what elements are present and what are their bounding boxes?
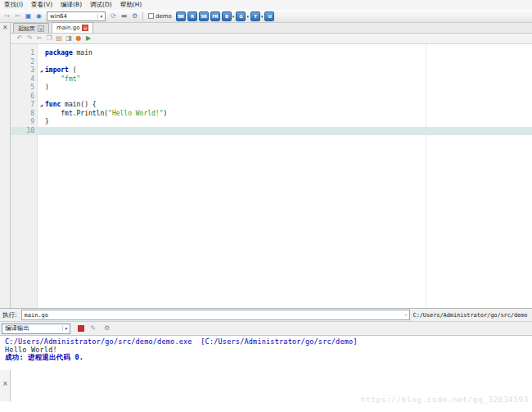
build-button-br[interactable]: BR <box>176 11 186 21</box>
code-line[interactable]: 3◢import ( <box>11 66 532 75</box>
cut-icon[interactable]: ✂ <box>12 11 23 21</box>
demo-checkbox[interactable]: demo <box>148 13 172 20</box>
undo-icon[interactable]: ↶ <box>15 34 25 43</box>
fold-column <box>38 93 45 102</box>
code-line[interactable]: 10 <box>11 127 532 136</box>
tab-label: 起始页 <box>18 25 35 33</box>
redo-icon[interactable]: ↷ <box>25 34 34 43</box>
folder-icon[interactable]: ▣ <box>23 11 34 21</box>
code-text: import ( <box>45 66 77 75</box>
output-line: Hello World! <box>5 346 532 355</box>
code-line[interactable]: 5) <box>11 84 532 93</box>
code-line[interactable]: 2 <box>11 58 532 67</box>
chevron-down-icon[interactable]: ▾ <box>232 14 235 19</box>
code-text: ) <box>45 84 49 93</box>
line-number: 6 <box>11 93 38 102</box>
line-number: 9 <box>11 118 38 127</box>
fold-column <box>38 58 45 67</box>
record-icon[interactable]: ● <box>74 34 83 43</box>
tab-main.go[interactable]: main.go× <box>52 22 93 33</box>
code-editor[interactable]: 1package main23◢import (4 "fmt"5)67◢func… <box>11 44 532 308</box>
output-side-strip: × <box>0 370 11 401</box>
menu-item[interactable]: 查看(V) <box>27 1 56 9</box>
fold-column <box>38 84 45 93</box>
code-line[interactable]: 9} <box>11 118 532 127</box>
menu-item[interactable]: 编译(B) <box>56 1 86 9</box>
line-number: 10 <box>11 127 38 136</box>
line-number: 8 <box>11 110 38 119</box>
build-button-fr[interactable]: FR <box>210 11 220 21</box>
clear-icon[interactable]: ✎ <box>88 324 98 333</box>
chevron-down-icon[interactable]: ▾ <box>97 14 105 19</box>
code-line[interactable]: 7◢func main() { <box>11 101 532 110</box>
line-number: 3 <box>11 66 38 75</box>
code-line[interactable]: 8 fmt.Println("Hello World!") <box>11 110 532 119</box>
chevron-down-icon[interactable]: ˅ <box>404 312 408 318</box>
main-toolbar: ↪✂▣◉ win64 ▾ ⟳▬⚙ demo BRRSRFRB▾G▾T▾U <box>0 10 532 23</box>
build-button-sr[interactable]: SR <box>199 11 209 21</box>
close-icon[interactable]: × <box>82 25 88 31</box>
line-number: 5 <box>11 84 38 93</box>
copy-icon[interactable]: ❐ <box>44 34 54 43</box>
gear-icon[interactable]: ⚙ <box>101 324 112 333</box>
stop-button[interactable] <box>78 325 84 332</box>
fold-column <box>38 75 45 84</box>
build-button-g[interactable]: G <box>236 11 246 21</box>
run-icon[interactable]: ▶ <box>83 34 93 43</box>
fold-marker-icon[interactable]: ◢ <box>38 101 45 110</box>
line-number: 4 <box>11 75 38 84</box>
code-text: "fmt" <box>45 75 80 84</box>
lock-icon[interactable]: ◨ <box>64 34 74 43</box>
env-selector-value: win64 <box>47 13 97 20</box>
cut-icon[interactable]: ✂ <box>34 34 44 43</box>
output-pane-selector[interactable]: 编译输出 ▾ <box>2 324 70 334</box>
right-margin-guide <box>426 44 426 308</box>
menu-item[interactable]: 帮助(H) <box>116 1 147 9</box>
demo-checkbox-label: demo <box>156 13 172 20</box>
code-lines: 1package main23◢import (4 "fmt"5)67◢func… <box>11 49 532 135</box>
build-output-area: C:/Users/Administrator/go/src/demo/demo.… <box>0 336 532 401</box>
build-button-b[interactable]: B <box>222 11 232 21</box>
line-number: 1 <box>11 49 38 58</box>
toolbar-separator <box>142 11 143 20</box>
forward-icon[interactable]: ↪ <box>2 11 12 21</box>
menu-bar: 查找(I)查看(V)编译(B)调试(D)帮助(H) <box>0 0 532 10</box>
terminal-icon[interactable]: ▬ <box>119 11 129 21</box>
csdn-watermark: https://blog.csdn.net/qq_32034593 <box>361 395 529 404</box>
paste-icon[interactable]: ▤ <box>54 34 64 43</box>
tab-起始页[interactable]: 起始页× <box>13 23 49 33</box>
code-line[interactable]: 4 "fmt" <box>11 75 532 84</box>
globe-icon[interactable]: ◉ <box>34 11 44 21</box>
build-button-r[interactable]: R <box>187 11 197 21</box>
fold-column <box>38 118 45 127</box>
code-line[interactable]: 6 <box>11 93 532 102</box>
chevron-down-icon[interactable]: ▾ <box>246 14 249 19</box>
fold-marker-icon[interactable]: ◢ <box>38 66 45 75</box>
code-text: package main <box>45 49 92 58</box>
refresh-icon[interactable]: ⟳ <box>108 11 119 21</box>
liteide-window: 查找(I)查看(V)编译(B)调试(D)帮助(H) ↪✂▣◉ win64 ▾ ⟳… <box>0 0 532 412</box>
output-line: 成功: 进程退出代码 0. <box>5 354 532 362</box>
run-target-value: main.go <box>25 312 49 319</box>
output-line: C:/Users/Administrator/go/src/demo/demo.… <box>5 338 532 346</box>
close-icon[interactable]: × <box>38 25 44 32</box>
gopher-icon[interactable]: ⚙ <box>129 11 140 21</box>
toolbar-left-icons: ↪✂▣◉ <box>2 11 44 21</box>
menu-item[interactable]: 查找(I) <box>0 1 27 9</box>
build-button-t[interactable]: T <box>250 11 260 21</box>
env-selector[interactable]: win64 ▾ <box>47 11 106 21</box>
chevron-down-icon[interactable]: ▾ <box>261 14 264 19</box>
toolbar-mid-icons: ⟳▬⚙ <box>108 11 140 21</box>
close-icon[interactable]: × <box>2 380 8 387</box>
run-target-input[interactable]: main.go ˅ <box>21 310 410 320</box>
menu-item[interactable]: 调试(D) <box>86 1 116 9</box>
close-icon[interactable]: × <box>2 24 8 31</box>
fold-column <box>38 110 45 119</box>
checkbox-icon[interactable] <box>148 13 154 19</box>
code-line[interactable]: 1package main <box>11 49 532 58</box>
fold-column <box>38 127 45 136</box>
chevron-down-icon[interactable]: ▾ <box>62 326 70 331</box>
working-directory-path: C:/Users/Administrator/go/src/demo <box>413 312 528 319</box>
run-label: 执行: <box>2 311 17 319</box>
build-button-u[interactable]: U <box>264 11 274 21</box>
